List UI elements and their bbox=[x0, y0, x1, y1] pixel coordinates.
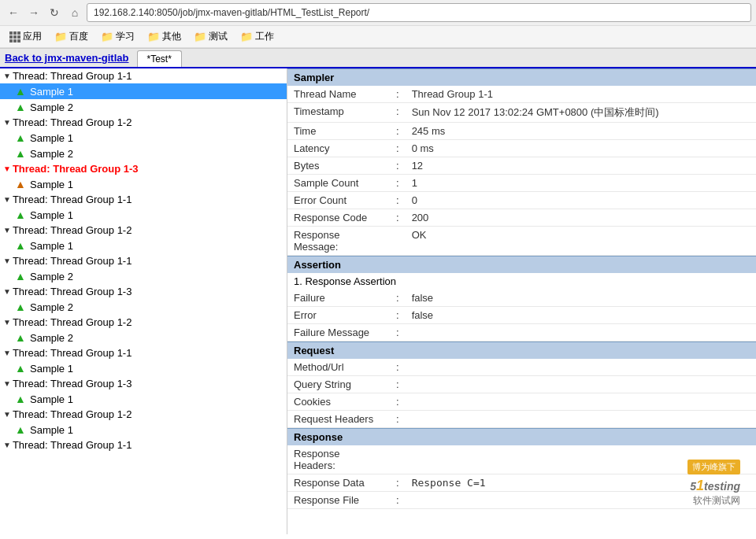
triangle-icon-3: ▼ bbox=[3, 195, 11, 204]
test-tab[interactable]: *Test* bbox=[137, 50, 182, 67]
tree-group-label-5: Thread: Thread Group 1-1 bbox=[13, 255, 132, 267]
tree-group-tg1-1[interactable]: ▼ Thread: Thread Group 1-1 bbox=[0, 68, 287, 83]
sampler-value-0: Thread Group 1-1 bbox=[406, 86, 756, 103]
tree-group-tg1-2c[interactable]: ▼ Thread: Thread Group 1-2 bbox=[0, 315, 287, 330]
sampler-value-5: 1 bbox=[406, 175, 756, 192]
tree-sample-label-10: Sample 1 bbox=[30, 363, 73, 375]
sampler-value-4: 12 bbox=[406, 157, 756, 175]
apps-icon bbox=[9, 31, 20, 42]
tree-group-tg1-2[interactable]: ▼ Thread: Thread Group 1-2 bbox=[0, 115, 287, 130]
assertion-row-0: Failure : false bbox=[287, 290, 756, 307]
sampler-section-header: Sampler bbox=[287, 68, 756, 86]
assertion-row-1: Error : false bbox=[287, 307, 756, 324]
sampler-sep-0: : bbox=[390, 86, 406, 103]
sample-icon-green-4: ▲ bbox=[14, 209, 27, 221]
request-label-0: Method/Url bbox=[287, 359, 390, 376]
tree-sample-label-4: Sample 1 bbox=[30, 179, 73, 190]
tree-sample-label-1: Sample 2 bbox=[30, 102, 73, 113]
sampler-label-0: Thread Name bbox=[287, 86, 390, 103]
request-label-3: Request Headers bbox=[287, 411, 390, 428]
assertion-section-header: Assertion bbox=[287, 256, 756, 273]
tree-sample-12[interactable]: ▲ Sample 1 bbox=[0, 422, 287, 437]
assertion-label-2: Failure Message bbox=[287, 324, 390, 341]
sampler-row-4: Bytes : 12 bbox=[287, 157, 756, 175]
tree-group-label-7: Thread: Thread Group 1-2 bbox=[13, 316, 132, 328]
bookmark-folder-icon-3: 📁 bbox=[194, 31, 206, 42]
tree-sample-5[interactable]: ▲ Sample 1 bbox=[0, 207, 287, 223]
tree-group-tg1-1d[interactable]: ▼ Thread: Thread Group 1-1 bbox=[0, 345, 287, 360]
tree-sample-9[interactable]: ▲ Sample 2 bbox=[0, 330, 287, 345]
sampler-sep-1: : bbox=[390, 103, 406, 123]
request-sep-1: : bbox=[390, 376, 406, 393]
tree-sample-8[interactable]: ▲ Sample 2 bbox=[0, 299, 287, 315]
bookmark-folder-icon-0: 📁 bbox=[54, 31, 67, 42]
tree-sample-selected[interactable]: ▲ Sample 1 bbox=[0, 83, 287, 99]
bookmark-work[interactable]: 📁 工作 bbox=[235, 28, 279, 45]
sampler-row-7: Response Code : 200 bbox=[287, 209, 756, 227]
bookmark-baidu[interactable]: 📁 百度 bbox=[50, 28, 93, 45]
bookmark-test-label: 测试 bbox=[209, 30, 228, 43]
sample-icon-green-10: ▲ bbox=[14, 393, 27, 405]
tree-sample-1[interactable]: ▲ Sample 2 bbox=[0, 99, 287, 115]
request-value-2 bbox=[406, 393, 756, 411]
request-sep-0: : bbox=[390, 359, 406, 376]
request-row-2: Cookies : bbox=[287, 393, 756, 411]
sample-icon-green-3: ▲ bbox=[14, 147, 27, 160]
sampler-row-6: Error Count : 0 bbox=[287, 192, 756, 209]
back-link[interactable]: Back to jmx-maven-gitlab bbox=[5, 52, 129, 67]
reload-button[interactable]: ↻ bbox=[46, 4, 63, 21]
tree-group-label-9: Thread: Thread Group 1-3 bbox=[13, 378, 132, 389]
tree-group-tg1-1c[interactable]: ▼ Thread: Thread Group 1-1 bbox=[0, 253, 287, 268]
assertion-value-0: false bbox=[406, 290, 756, 307]
bookmark-other[interactable]: 📁 其他 bbox=[143, 28, 186, 45]
bookmark-apps-label: 应用 bbox=[23, 30, 42, 43]
response-section-header: Response bbox=[287, 428, 756, 445]
bookmark-test[interactable]: 📁 测试 bbox=[189, 28, 232, 45]
tree-sample-4[interactable]: ▲ Sample 1 bbox=[0, 176, 287, 192]
sampler-label-6: Error Count bbox=[287, 192, 390, 209]
bookmark-baidu-label: 百度 bbox=[69, 30, 88, 43]
tree-group-tg1-1b[interactable]: ▼ Thread: Thread Group 1-1 bbox=[0, 192, 287, 207]
tree-sample-label-0: Sample 1 bbox=[30, 86, 73, 98]
sample-icon-green-11: ▲ bbox=[14, 423, 27, 436]
address-bar[interactable] bbox=[87, 3, 751, 22]
tree-sample-label-8: Sample 2 bbox=[30, 301, 73, 313]
bookmarks-bar: 应用 📁 百度 📁 学习 📁 其他 📁 测试 📁 工作 bbox=[0, 26, 756, 48]
triangle-icon-5: ▼ bbox=[3, 257, 11, 265]
tree-sample-2[interactable]: ▲ Sample 1 bbox=[0, 130, 287, 146]
response-label-0: Response Headers: bbox=[287, 445, 390, 474]
home-button[interactable]: ⌂ bbox=[66, 4, 83, 21]
tree-sample-10[interactable]: ▲ Sample 1 bbox=[0, 360, 287, 376]
request-value-1 bbox=[406, 376, 756, 393]
back-button[interactable]: ← bbox=[5, 4, 22, 21]
tree-sample-3[interactable]: ▲ Sample 2 bbox=[0, 146, 287, 161]
forward-button[interactable]: → bbox=[25, 4, 43, 21]
bookmark-apps[interactable]: 应用 bbox=[5, 28, 46, 45]
response-sep-0 bbox=[390, 445, 406, 474]
sampler-label-7: Response Code bbox=[287, 209, 390, 227]
tree-group-tg1-2d[interactable]: ▼ Thread: Thread Group 1-2 bbox=[0, 407, 287, 422]
assertion-sep-0: : bbox=[390, 290, 406, 307]
assertion-row-2: Failure Message : bbox=[287, 324, 756, 341]
sampler-label-5: Sample Count bbox=[287, 175, 390, 192]
sampler-row-8: Response Message: OK bbox=[287, 227, 756, 256]
tree-sample-7[interactable]: ▲ Sample 2 bbox=[0, 268, 287, 284]
response-table: Response Headers: Response Data : Respon… bbox=[287, 445, 756, 509]
tree-group-tg1-3-error[interactable]: ▼ Thread: Thread Group 1-3 bbox=[0, 161, 287, 176]
response-row-1: Response Data : Response C=1 bbox=[287, 474, 756, 492]
sample-icon-green-7: ▲ bbox=[14, 301, 27, 313]
assertion-value-1: false bbox=[406, 307, 756, 324]
sampler-row-2: Time : 245 ms bbox=[287, 123, 756, 140]
bookmark-study[interactable]: 📁 学习 bbox=[96, 28, 139, 45]
request-sep-2: : bbox=[390, 393, 406, 411]
tree-group-label-10: Thread: Thread Group 1-2 bbox=[13, 408, 132, 420]
tree-sample-6[interactable]: ▲ Sample 1 bbox=[0, 238, 287, 253]
tree-group-tg1-3b[interactable]: ▼ Thread: Thread Group 1-3 bbox=[0, 284, 287, 299]
tree-group-tg1-2b[interactable]: ▼ Thread: Thread Group 1-2 bbox=[0, 223, 287, 238]
tree-sample-label-11: Sample 1 bbox=[30, 393, 73, 405]
tree-group-tg1-1e[interactable]: ▼ Thread: Thread Group 1-1 bbox=[0, 437, 287, 452]
sampler-sep-5: : bbox=[390, 175, 406, 192]
tree-sample-11[interactable]: ▲ Sample 1 bbox=[0, 391, 287, 407]
tree-group-tg1-3c[interactable]: ▼ Thread: Thread Group 1-3 bbox=[0, 376, 287, 391]
sampler-sep-8 bbox=[390, 227, 406, 256]
